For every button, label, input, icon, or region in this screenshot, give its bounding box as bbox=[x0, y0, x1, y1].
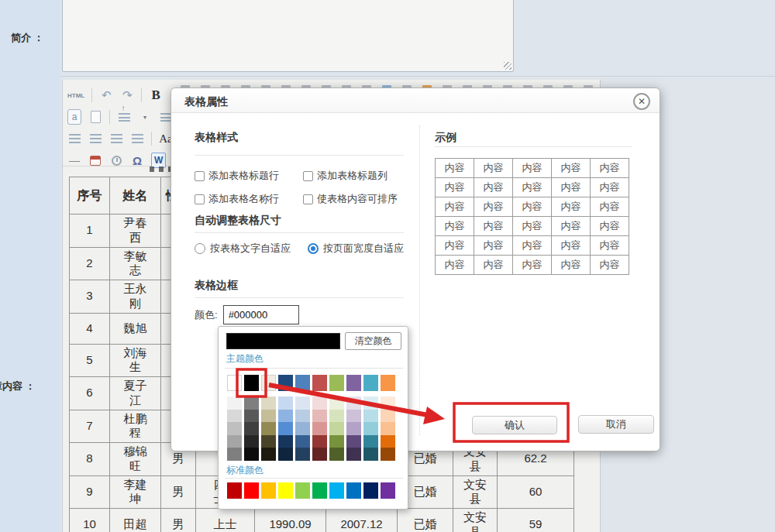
checkbox-icon[interactable] bbox=[195, 194, 205, 204]
auto-size-radio-option[interactable]: 按表格文字自适应 bbox=[195, 242, 291, 256]
theme-tint-swatch[interactable] bbox=[295, 410, 310, 423]
align-right-button[interactable] bbox=[109, 131, 123, 146]
doc-table-cell[interactable]: 2 bbox=[70, 247, 110, 280]
theme-tint-swatch[interactable] bbox=[346, 410, 361, 423]
theme-tint-swatch[interactable] bbox=[261, 435, 276, 448]
standard-color-swatch[interactable] bbox=[278, 482, 293, 499]
theme-tint-swatch[interactable] bbox=[278, 448, 293, 461]
theme-tint-swatch[interactable] bbox=[329, 422, 344, 435]
standard-color-swatch[interactable] bbox=[363, 482, 378, 499]
border-color-input[interactable] bbox=[223, 305, 299, 324]
theme-tint-swatch[interactable] bbox=[227, 410, 242, 423]
theme-tint-swatch[interactable] bbox=[346, 435, 361, 448]
standard-color-swatch[interactable] bbox=[312, 482, 327, 499]
doc-table-cell[interactable]: 1 bbox=[70, 215, 110, 248]
doc-table-cell[interactable]: 7 bbox=[70, 410, 110, 443]
theme-tint-swatch[interactable] bbox=[381, 448, 395, 461]
doc-table-cell[interactable]: 尹春西 bbox=[110, 215, 161, 248]
style-checkbox-option[interactable]: 添加表格名称行 bbox=[195, 192, 303, 206]
cancel-button[interactable]: 取消 bbox=[578, 415, 654, 434]
theme-tint-swatch[interactable] bbox=[329, 396, 344, 410]
doc-table-cell[interactable]: 魏旭 bbox=[110, 313, 161, 344]
theme-tint-swatch[interactable] bbox=[329, 435, 344, 448]
clear-color-button[interactable]: 清空颜色 bbox=[345, 332, 401, 350]
confirm-button[interactable]: 确认 bbox=[472, 416, 557, 434]
theme-tint-swatch[interactable] bbox=[227, 396, 242, 410]
doc-table-cell[interactable]: 6 bbox=[70, 377, 110, 410]
doc-table-cell[interactable]: 田超 bbox=[110, 509, 161, 532]
theme-tint-swatch[interactable] bbox=[363, 410, 378, 423]
doc-table-cell[interactable]: 王永刚 bbox=[110, 280, 161, 314]
textarea-resize-handle[interactable] bbox=[504, 62, 512, 70]
standard-color-swatch[interactable] bbox=[381, 482, 395, 499]
doc-table-cell[interactable]: 穆锦旺 bbox=[110, 443, 161, 476]
new-document-button[interactable] bbox=[88, 109, 102, 125]
redo-icon[interactable]: ↷ bbox=[120, 88, 134, 103]
theme-tint-swatch[interactable] bbox=[295, 448, 310, 461]
intro-textarea[interactable] bbox=[62, 0, 514, 72]
autotypeset-button[interactable]: a bbox=[67, 109, 81, 125]
doc-table-cell[interactable]: 已婚 bbox=[398, 509, 453, 532]
doc-table-cell[interactable]: 李敏志 bbox=[110, 247, 161, 280]
doc-table-cell[interactable]: 男 bbox=[161, 509, 196, 532]
radio-selected-icon[interactable] bbox=[308, 243, 319, 254]
align-center-button[interactable] bbox=[88, 131, 102, 146]
theme-colors-label[interactable]: 主题颜色 bbox=[226, 352, 264, 366]
theme-tint-swatch[interactable] bbox=[329, 448, 344, 461]
theme-tint-swatch[interactable] bbox=[363, 396, 378, 410]
theme-tint-swatch[interactable] bbox=[278, 396, 293, 410]
theme-tint-swatch[interactable] bbox=[261, 410, 276, 423]
doc-table-cell[interactable]: 夏子江 bbox=[110, 377, 161, 410]
theme-color-swatch[interactable] bbox=[261, 375, 276, 391]
doc-table-cell[interactable]: 杜鹏程 bbox=[110, 410, 161, 443]
date-insert-button[interactable] bbox=[88, 153, 102, 168]
horizontal-rule-button[interactable]: — bbox=[67, 153, 81, 168]
theme-color-swatch[interactable] bbox=[346, 375, 361, 391]
checkbox-icon[interactable] bbox=[303, 171, 313, 181]
theme-tint-swatch[interactable] bbox=[312, 448, 327, 461]
doc-table-cell[interactable]: 9 bbox=[70, 475, 110, 509]
doc-table-cell[interactable]: 4 bbox=[70, 313, 110, 344]
standard-color-swatch[interactable] bbox=[227, 482, 242, 499]
theme-tint-swatch[interactable] bbox=[261, 448, 276, 461]
standard-color-swatch[interactable] bbox=[329, 482, 344, 499]
doc-table-cell[interactable]: 10 bbox=[70, 509, 110, 532]
theme-color-swatch[interactable] bbox=[312, 375, 327, 391]
style-checkbox-option[interactable]: 添加表格标题列 bbox=[303, 169, 419, 183]
theme-tint-swatch[interactable] bbox=[227, 448, 242, 461]
theme-color-swatch[interactable] bbox=[363, 375, 378, 391]
theme-tint-swatch[interactable] bbox=[346, 422, 361, 435]
theme-tint-swatch[interactable] bbox=[244, 410, 259, 423]
doc-table-cell[interactable]: 59 bbox=[498, 509, 574, 532]
line-spacing-button[interactable] bbox=[117, 109, 131, 125]
theme-tint-swatch[interactable] bbox=[227, 435, 242, 448]
doc-table-cell[interactable]: 3 bbox=[70, 280, 110, 314]
standard-color-swatch[interactable] bbox=[261, 482, 276, 499]
undo-icon[interactable]: ↶ bbox=[99, 88, 113, 103]
theme-tint-swatch[interactable] bbox=[363, 448, 378, 461]
standard-colors-label[interactable]: 标准颜色 bbox=[226, 464, 264, 477]
theme-tint-swatch[interactable] bbox=[312, 410, 327, 423]
theme-tint-swatch[interactable] bbox=[363, 422, 378, 435]
theme-color-swatch[interactable] bbox=[329, 375, 344, 391]
theme-tint-swatch[interactable] bbox=[295, 422, 310, 435]
doc-table-cell[interactable]: 上士 bbox=[196, 509, 255, 532]
theme-tint-swatch[interactable] bbox=[227, 422, 242, 435]
checkbox-icon[interactable] bbox=[195, 171, 205, 181]
theme-tint-swatch[interactable] bbox=[278, 410, 293, 423]
doc-table-cell[interactable]: 8 bbox=[70, 443, 110, 476]
theme-tint-swatch[interactable] bbox=[381, 410, 395, 423]
align-justify-button[interactable] bbox=[130, 131, 144, 146]
doc-table-cell[interactable]: 文安县 bbox=[453, 475, 498, 509]
doc-table-cell[interactable]: 男 bbox=[161, 475, 196, 509]
align-left-button[interactable] bbox=[67, 131, 81, 146]
theme-tint-swatch[interactable] bbox=[278, 422, 293, 435]
line-spacing-caret[interactable]: ▾ bbox=[138, 109, 152, 125]
doc-table-cell[interactable]: 5 bbox=[70, 344, 110, 377]
theme-color-swatch[interactable] bbox=[295, 375, 310, 391]
standard-color-swatch[interactable] bbox=[244, 482, 259, 499]
theme-tint-swatch[interactable] bbox=[244, 435, 259, 448]
theme-tint-swatch[interactable] bbox=[329, 410, 344, 423]
bold-button[interactable]: B bbox=[149, 88, 163, 103]
theme-tint-swatch[interactable] bbox=[261, 396, 276, 410]
